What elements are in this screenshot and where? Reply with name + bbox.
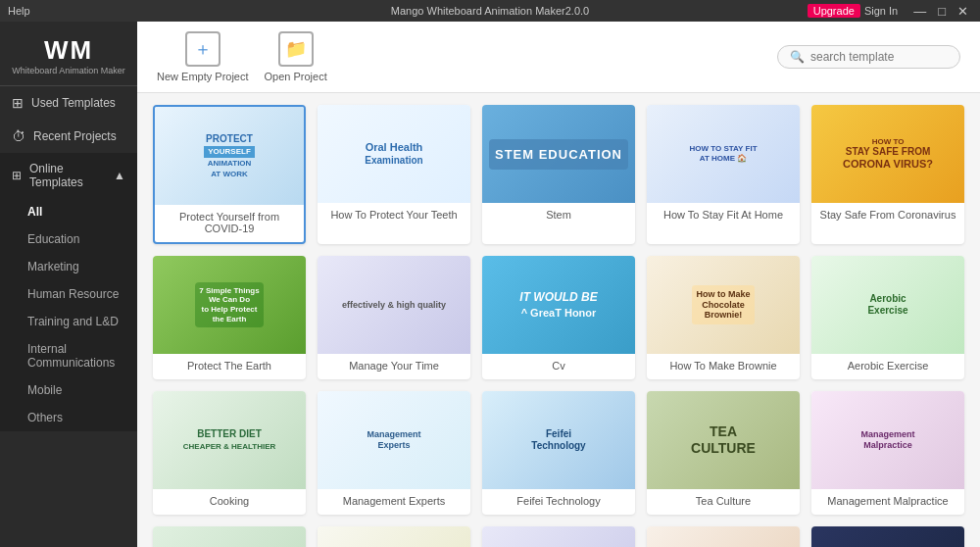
template-grid: PROTECT YOURSELF ANIMATION AT WORK Prote… (153, 105, 964, 547)
used-templates-label: Used Templates (31, 96, 116, 110)
close-button[interactable]: ✕ (954, 4, 972, 19)
recent-projects-icon: ⏱ (12, 128, 25, 144)
template-thumb: WE Graduated (811, 526, 964, 547)
template-label: Management Experts (318, 489, 470, 515)
template-label: Cv (482, 354, 635, 379)
template-thumb: Schedule (647, 526, 800, 547)
template-thumb: HOW TO STAY SAFE FROM CORONA VIRUS? (811, 105, 964, 203)
template-thumb: Management Experts (318, 391, 470, 489)
template-card[interactable]: What Is A WORKFLOW? What Is A Workflow (318, 526, 470, 547)
template-thumb: Word Book Day (482, 526, 635, 547)
template-thumb: Management Malpractice (811, 391, 964, 489)
recent-projects-label: Recent Projects (33, 129, 117, 143)
template-card[interactable]: PROTECT YOURSELF ANIMATION AT WORK Prote… (153, 105, 306, 244)
template-label: Stem (482, 203, 635, 228)
chevron-up-icon: ▲ (114, 169, 125, 182)
new-empty-project-button[interactable]: ＋ New Empty Project (157, 31, 249, 82)
template-card[interactable]: Word Book Day Word Book Day (482, 526, 635, 547)
logo-initials: WM (10, 35, 127, 66)
template-label: Stay Safe From Coronavirus (811, 203, 964, 228)
template-card[interactable]: TEA CULTURE Tea Culture (647, 391, 800, 515)
template-card[interactable]: IT WOULD BE ^ GreaT Honor Cv (482, 256, 635, 379)
sidebar-cat-marketing[interactable]: Marketing (0, 253, 137, 280)
search-input[interactable] (810, 50, 948, 64)
template-label: Protect Yourself from COVID-19 (155, 205, 304, 242)
sidebar-item-online-templates[interactable]: ⊞ Online Templates ▲ (0, 153, 137, 198)
sidebar-cat-others[interactable]: Others (0, 404, 137, 431)
template-thumb: How to Make Chocolate Brownie! (647, 256, 800, 354)
template-thumb: 7 Simple Things We Can Do to Help Protec… (153, 256, 306, 354)
template-thumb: Aerobic Exercise (811, 256, 964, 354)
template-card[interactable]: HOW TO STAY SAFE FROM CORONA VIRUS? Stay… (811, 105, 964, 244)
online-templates-label: Online Templates (29, 162, 114, 189)
sidebar-cat-education[interactable]: Education (0, 225, 137, 253)
template-thumb: BETTER DIET CHEAPER & HEALTHIER (153, 391, 306, 489)
title-bar-menu: Help (8, 5, 30, 17)
template-label: Protect The Earth (153, 354, 306, 379)
new-empty-label: New Empty Project (157, 71, 249, 82)
sidebar-categories: All Education Marketing Human Resource T… (0, 198, 137, 431)
sidebar-cat-all[interactable]: All (0, 198, 137, 225)
template-card[interactable]: WE Graduated Graduated (811, 526, 964, 547)
template-label: Manage Your Time (318, 354, 470, 379)
template-thumb: Healthy Lifestyle (153, 526, 306, 547)
sidebar-item-recent-projects[interactable]: ⏱ Recent Projects (0, 120, 137, 153)
template-card[interactable]: Management Experts Management Experts (318, 391, 470, 515)
template-label: Feifei Technology (482, 489, 635, 515)
template-thumb: STEM EDUCATION (482, 105, 635, 203)
search-bar: 🔍 (777, 45, 960, 69)
title-bar-right: Upgrade Sign In — □ ✕ (808, 4, 972, 19)
used-templates-icon: ⊞ (12, 95, 24, 111)
template-thumb: Oral Health Examination (318, 105, 470, 203)
template-card[interactable]: How to Make Chocolate Brownie! How To Ma… (647, 256, 800, 379)
open-project-icon: 📁 (278, 31, 314, 67)
template-card[interactable]: effectively & high quality Manage Your T… (318, 256, 470, 379)
template-card[interactable]: Aerobic Exercise Aerobic Exercise (811, 256, 964, 379)
template-grid-container: PROTECT YOURSELF ANIMATION AT WORK Prote… (137, 93, 980, 547)
template-label: Management Malpractice (811, 489, 964, 515)
restore-button[interactable]: □ (934, 4, 950, 19)
template-card[interactable]: BETTER DIET CHEAPER & HEALTHIER Cooking (153, 391, 306, 515)
template-card[interactable]: STEM EDUCATION Stem (482, 105, 635, 244)
upgrade-button[interactable]: Upgrade (808, 4, 860, 18)
template-thumb: HOW TO STAY FIT AT HOME 🏠 (647, 105, 800, 203)
open-project-label: Open Project (265, 71, 327, 82)
app-title: Mango Whiteboard Animation Maker2.0.0 (391, 5, 589, 17)
sidebar-cat-hr[interactable]: Human Resource (0, 280, 137, 308)
template-card[interactable]: Schedule Schedule (647, 526, 800, 547)
template-thumb: IT WOULD BE ^ GreaT Honor (482, 256, 635, 354)
logo-subtitle: Whiteboard Animation Maker (10, 66, 127, 75)
title-bar: Help Mango Whiteboard Animation Maker2.0… (0, 0, 980, 22)
toolbar: ＋ New Empty Project 📁 Open Project 🔍 (137, 22, 980, 93)
template-thumb: Feifei Technology (482, 391, 635, 489)
online-templates-icon: ⊞ (12, 169, 22, 182)
sidebar-cat-training[interactable]: Training and L&D (0, 308, 137, 335)
template-label: How To Stay Fit At Home (647, 203, 800, 228)
template-label: Aerobic Exercise (811, 354, 964, 379)
search-icon: 🔍 (790, 50, 805, 64)
template-label: How To Protect Your Teeth (318, 203, 470, 228)
template-card[interactable]: Healthy Lifestyle Healthy Lifestyle (153, 526, 306, 547)
template-label: Cooking (153, 489, 306, 515)
sidebar-item-used-templates[interactable]: ⊞ Used Templates (0, 86, 137, 120)
new-project-icon: ＋ (185, 31, 220, 67)
menu-help[interactable]: Help (8, 5, 30, 17)
template-label: Tea Culture (647, 489, 800, 515)
template-thumb: PROTECT YOURSELF ANIMATION AT WORK (155, 107, 304, 205)
template-card[interactable]: Management Malpractice Management Malpra… (811, 391, 964, 515)
sidebar-logo: WM Whiteboard Animation Maker (0, 22, 137, 86)
template-card[interactable]: Feifei Technology Feifei Technology (482, 391, 635, 515)
sidebar-cat-mobile[interactable]: Mobile (0, 376, 137, 404)
template-thumb: What Is A WORKFLOW? (318, 526, 470, 547)
template-card[interactable]: HOW TO STAY FIT AT HOME 🏠 How To Stay Fi… (647, 105, 800, 244)
template-label: How To Make Brownie (647, 354, 800, 379)
template-thumb: effectively & high quality (318, 256, 470, 354)
template-card[interactable]: 7 Simple Things We Can Do to Help Protec… (153, 256, 306, 379)
sidebar: WM Whiteboard Animation Maker ⊞ Used Tem… (0, 22, 137, 547)
open-project-button[interactable]: 📁 Open Project (265, 31, 327, 82)
sign-in-button[interactable]: Sign In (864, 5, 898, 17)
minimize-button[interactable]: — (909, 4, 930, 19)
main-content: ＋ New Empty Project 📁 Open Project 🔍 PRO… (137, 22, 980, 547)
sidebar-cat-internal[interactable]: Internal Communications (0, 335, 137, 376)
template-card[interactable]: Oral Health Examination How To Protect Y… (318, 105, 470, 244)
